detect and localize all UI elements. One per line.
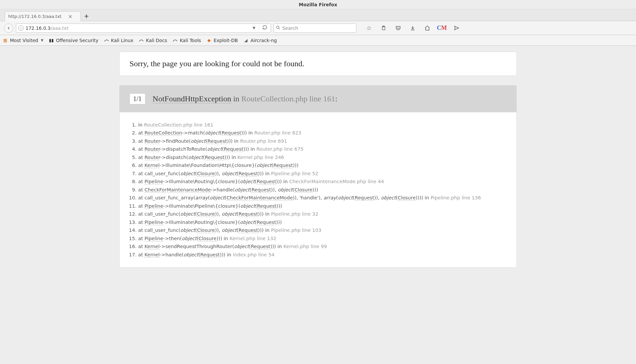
trace-frame: at Kernel->Illuminate\Foundation\Http\{c… (138, 161, 506, 169)
trace-frame: at CheckForMaintenanceMode->handle(objec… (138, 186, 506, 194)
trace-count-badge: 1/1 (130, 93, 145, 104)
kali-icon (104, 38, 109, 43)
trace-frame: at Kernel->handle(object(Request))) in i… (138, 251, 506, 259)
bookmarks-bar: ▦ Most Visited ▼ ▮▮ Offensive Security K… (0, 35, 636, 46)
trace-frame: at Router->findRoute(object(Request))) i… (138, 137, 506, 145)
kali-icon (139, 38, 144, 43)
bookmark-kali-tools[interactable]: Kali Tools (173, 38, 201, 43)
trace-body: in RouteCollection.php line 161at RouteC… (120, 112, 516, 267)
offsec-icon: ▮▮ (49, 38, 54, 43)
trace-frame: at Pipeline->then(object(Closure))) in K… (138, 234, 506, 242)
search-placeholder: Search (282, 26, 298, 31)
site-info-icon[interactable]: i (18, 26, 24, 31)
nav-toolbar: i 172.16.0.3/aaa.txt ▼ Search ☆ CM (0, 21, 636, 35)
trace-frame: at Kernel->sendRequestThroughRouter(obje… (138, 242, 506, 250)
kali-icon (173, 38, 178, 43)
most-visited-icon: ▦ (3, 38, 8, 43)
trace-frame: at Pipeline->Illuminate\Pipeline\{closur… (138, 202, 506, 210)
url-bar[interactable]: i 172.16.0.3/aaa.txt ▼ (16, 24, 271, 33)
bookmark-label: Most Visited (10, 38, 38, 43)
url-path: /aaa.txt (51, 26, 69, 31)
toolbar-icons: ☆ CM (366, 25, 460, 31)
tab-strip: http://172.16.0.3/aaa.txt × + (0, 9, 636, 21)
url-history-dropdown[interactable]: ▼ (251, 26, 257, 30)
error-message-card: Sorry, the page you are looking for coul… (119, 52, 517, 76)
downloads-icon[interactable] (409, 25, 416, 31)
in-word: in (233, 94, 239, 103)
trace-header: 1/1 NotFoundHttpException in RouteCollec… (120, 85, 516, 112)
home-icon[interactable] (424, 25, 431, 31)
trace-frame: at RouteCollection->match(object(Request… (138, 129, 506, 137)
window-titlebar: Mozilla Firefox (0, 0, 636, 9)
exception-name: NotFoundHttpException (153, 94, 231, 103)
bookmark-aircrack-ng[interactable]: ◢ Aircrack-ng (243, 38, 277, 43)
close-tab-icon[interactable]: × (68, 14, 72, 19)
tab-label: http://172.16.0.3/aaa.txt (8, 14, 61, 19)
search-icon (276, 26, 280, 31)
bookmark-label: Kali Docs (146, 38, 167, 43)
trace-frame: at call_user_func_array(array(object(Che… (138, 194, 506, 202)
addon-cm-icon[interactable]: CM (439, 25, 445, 31)
error-heading: Sorry, the page you are looking for coul… (130, 59, 506, 68)
separator (259, 25, 259, 31)
bookmark-offensive-security[interactable]: ▮▮ Offensive Security (49, 38, 98, 43)
browser-tab[interactable]: http://172.16.0.3/aaa.txt × (5, 11, 81, 21)
clipboard-icon[interactable] (380, 25, 387, 31)
aircrack-icon: ◢ (243, 38, 248, 43)
bookmark-kali-linux[interactable]: Kali Linux (104, 38, 133, 43)
new-tab-button[interactable]: + (83, 12, 90, 20)
url-host: 172.16.0.3 (26, 26, 51, 31)
trace-frame: at call_user_func(object(Closure)), obje… (138, 170, 506, 178)
page-content: Sorry, the page you are looking for coul… (0, 46, 636, 281)
pocket-icon[interactable] (395, 25, 401, 31)
colon: : (335, 94, 338, 103)
bookmark-exploit-db[interactable]: ◆ Exploit-DB (206, 38, 238, 43)
trace-frame: at call_user_func(object(Closure)), obje… (138, 226, 506, 234)
trace-frame: in RouteCollection.php line 161 (138, 121, 506, 129)
bookmark-most-visited[interactable]: ▦ Most Visited ▼ (3, 38, 43, 43)
search-bar[interactable]: Search (274, 24, 356, 33)
bookmark-star-icon[interactable]: ☆ (366, 25, 372, 31)
back-button[interactable] (4, 24, 13, 33)
trace-frame: at Pipeline->Illuminate\Routing\{closure… (138, 178, 506, 185)
svg-point-0 (277, 26, 279, 28)
trace-frame: at Router->dispatch(object(Request))) in… (138, 153, 506, 161)
url-text: 172.16.0.3/aaa.txt (26, 26, 249, 31)
bookmark-label: Kali Tools (180, 38, 201, 43)
bookmark-label: Aircrack-ng (250, 38, 277, 43)
trace-title: NotFoundHttpException in RouteCollection… (153, 94, 338, 103)
stack-trace-card: 1/1 NotFoundHttpException in RouteCollec… (119, 85, 517, 268)
trace-frame: at Pipeline->Illuminate\Routing\{closure… (138, 218, 506, 226)
window-title-text: Mozilla Firefox (299, 2, 337, 7)
reload-icon (262, 25, 267, 30)
bookmark-label: Offensive Security (56, 38, 98, 43)
stack-trace-list: in RouteCollection.php line 161at RouteC… (138, 121, 506, 259)
trace-frame: at call_user_func(object(Closure)), obje… (138, 210, 506, 218)
reload-button[interactable] (261, 25, 269, 31)
arrow-left-icon (6, 26, 11, 30)
exploitdb-icon: ◆ (206, 38, 212, 43)
send-icon[interactable] (453, 25, 460, 31)
exception-location: RouteCollection.php line 161 (241, 94, 335, 103)
chevron-down-icon: ▼ (41, 38, 43, 42)
bookmark-kali-docs[interactable]: Kali Docs (139, 38, 167, 43)
bookmark-label: Kali Linux (111, 38, 133, 43)
bookmark-label: Exploit-DB (214, 38, 238, 43)
trace-frame: at Router->dispatchToRoute(object(Reques… (138, 145, 506, 153)
